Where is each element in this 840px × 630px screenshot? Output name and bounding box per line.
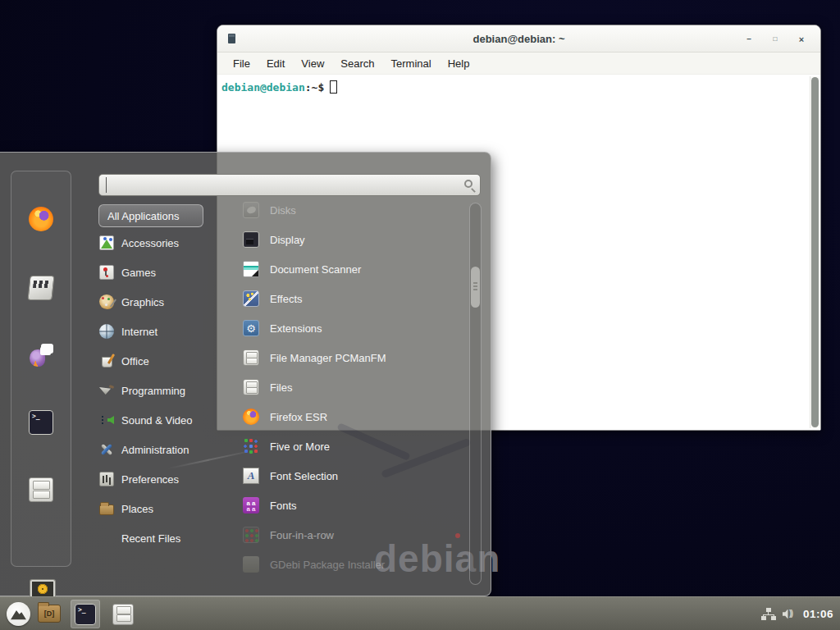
programming-icon <box>99 383 114 398</box>
app-extensions[interactable]: Extensions <box>243 313 464 343</box>
graphics-icon <box>99 294 114 309</box>
menu-search[interactable]: Search <box>332 57 382 70</box>
menu-search-input[interactable] <box>106 177 459 193</box>
category-accessories[interactable]: Accessories <box>99 228 235 258</box>
app-four-in-a-row[interactable]: Four-in-a-row <box>243 520 464 550</box>
app-list-scrollbar-thumb[interactable] <box>471 267 480 308</box>
office-icon <box>99 354 114 368</box>
terminal-titlebar[interactable]: debian@debian: ~ – □ × <box>217 25 820 52</box>
favorite-pidgin-button[interactable] <box>29 343 53 368</box>
disks-icon <box>243 202 259 218</box>
preferences-icon <box>99 472 114 486</box>
terminal-menubar: File Edit View Search Terminal Help <box>217 52 820 75</box>
app-list-scrollbar[interactable] <box>469 203 482 585</box>
category-administration[interactable]: Administration <box>99 435 235 464</box>
system-tray: 01:06 <box>761 597 833 630</box>
terminal-icon <box>75 604 96 625</box>
category-office[interactable]: Office <box>99 346 235 376</box>
places-folder-icon <box>99 504 114 515</box>
minimize-button[interactable]: – <box>738 25 760 52</box>
app-five-or-more[interactable]: Five or More <box>243 431 464 461</box>
internet-globe-icon <box>99 324 114 339</box>
app-display[interactable]: Display <box>243 225 464 254</box>
network-icon[interactable] <box>761 608 776 620</box>
prompt-user-host: debian@debian <box>221 81 305 94</box>
category-places[interactable]: Places <box>99 494 235 523</box>
category-programming[interactable]: Programming <box>99 376 235 405</box>
taskbar-terminal-task[interactable] <box>71 600 100 628</box>
search-icon <box>464 180 472 188</box>
close-button[interactable]: × <box>791 25 812 52</box>
favorite-file-manager-button[interactable] <box>29 477 53 502</box>
filter-label: All Applications <box>107 210 179 222</box>
font-selection-icon <box>243 468 259 484</box>
desktop-folder-label: [D] <box>44 609 55 618</box>
app-file-manager-pcmanfm[interactable]: File Manager PCManFM <box>243 343 464 372</box>
app-menu-popup: debian All Applications Accessories Game… <box>0 152 491 596</box>
administration-tools-icon <box>99 442 114 457</box>
app-fonts[interactable]: Fonts <box>243 491 464 520</box>
terminal-prompt-line: debian@debian:~$ <box>217 75 820 94</box>
terminal-scrollbar-thumb[interactable] <box>811 77 819 427</box>
category-internet[interactable]: Internet <box>99 317 235 346</box>
file-cabinet-icon <box>112 604 134 625</box>
taskbar: [D] 01:06 <box>0 596 840 630</box>
gdebi-icon <box>243 556 259 573</box>
start-menu-button[interactable] <box>7 602 30 626</box>
app-disks[interactable]: Disks <box>243 195 464 225</box>
maximize-button[interactable]: □ <box>765 25 786 52</box>
app-gdebi-package-installer[interactable]: GDebi Package Installer <box>243 550 464 579</box>
app-firefox-esr[interactable]: Firefox ESR <box>243 402 464 431</box>
firefox-icon <box>243 409 259 425</box>
terminal-scrollbar[interactable] <box>810 76 819 428</box>
app-files[interactable]: Files <box>243 372 464 402</box>
menu-view[interactable]: View <box>293 57 332 70</box>
app-font-selection[interactable]: Font Selection <box>243 461 464 491</box>
category-games[interactable]: Games <box>99 258 235 287</box>
app-document-scanner[interactable]: Document Scanner <box>243 254 464 284</box>
document-scanner-icon <box>243 261 259 277</box>
favorite-mixer-button[interactable] <box>27 276 54 300</box>
favorite-firefox-button[interactable] <box>29 207 53 231</box>
app-effects[interactable]: Effects <box>243 284 464 313</box>
volume-icon[interactable] <box>783 609 797 620</box>
display-icon <box>243 231 259 248</box>
prompt-suffix: :~$ <box>305 81 324 94</box>
desktop: debian@debian: ~ – □ × File Edit View Se… <box>0 0 840 630</box>
effects-icon <box>243 290 259 307</box>
menu-file[interactable]: File <box>225 57 258 70</box>
fonts-icon <box>243 497 259 514</box>
accessories-icon <box>99 235 114 250</box>
terminal-cursor <box>330 80 337 94</box>
extensions-gear-icon <box>243 320 259 336</box>
terminal-title: debian@debian: ~ <box>217 33 820 45</box>
favorite-terminal-button[interactable] <box>29 410 53 435</box>
menu-help[interactable]: Help <box>440 57 478 70</box>
four-in-a-row-icon <box>243 527 259 543</box>
file-cabinet-icon <box>243 379 259 395</box>
category-preferences[interactable]: Preferences <box>99 464 235 494</box>
category-graphics[interactable]: Graphics <box>99 287 235 317</box>
games-icon <box>99 265 114 280</box>
desktop-folder-button[interactable]: [D] <box>38 605 61 623</box>
category-sound-video[interactable]: Sound & Video <box>99 405 235 435</box>
file-cabinet-icon <box>243 349 259 366</box>
five-or-more-icon <box>243 438 259 454</box>
favorites-panel <box>11 171 71 567</box>
taskbar-file-manager-task[interactable] <box>108 600 138 628</box>
category-recent-files[interactable]: Recent Files <box>99 523 235 553</box>
menu-search-box <box>98 174 481 196</box>
filter-all-applications[interactable]: All Applications <box>98 204 203 227</box>
sound-video-icon <box>99 413 114 427</box>
clock[interactable]: 01:06 <box>803 608 833 620</box>
menu-edit[interactable]: Edit <box>258 57 293 70</box>
menu-terminal[interactable]: Terminal <box>383 57 440 70</box>
